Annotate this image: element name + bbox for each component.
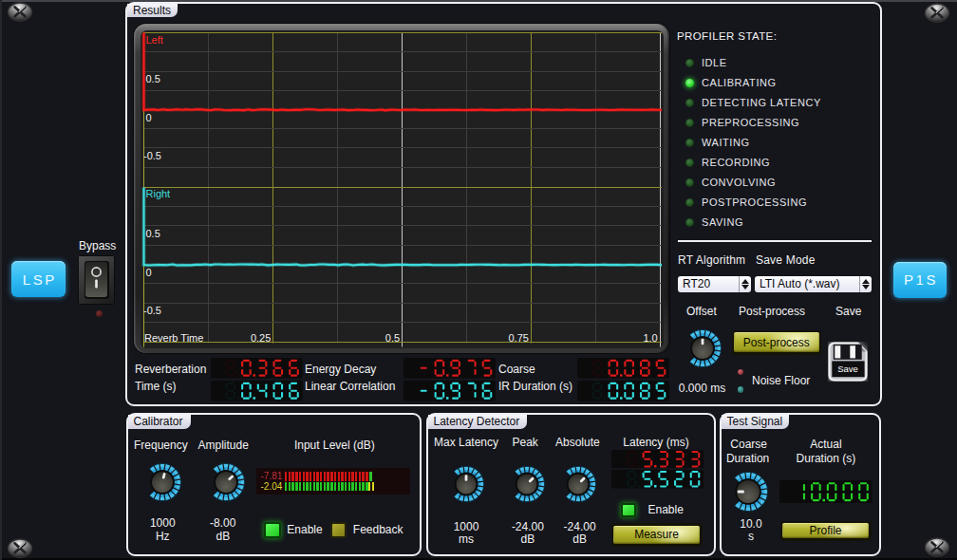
svg-text:-0.5: -0.5 [143, 305, 161, 316]
svg-text:Left: Left [146, 34, 163, 46]
svg-text:0.5: 0.5 [146, 73, 160, 84]
svg-text:1.0: 1.0 [643, 332, 657, 344]
svg-text:0.5: 0.5 [146, 228, 160, 239]
svg-text:-0.5: -0.5 [143, 150, 161, 161]
svg-text:Reverb Time: Reverb Time [144, 332, 203, 344]
svg-text:0: 0 [146, 112, 152, 123]
svg-text:Right: Right [146, 188, 171, 199]
svg-text:0: 0 [146, 267, 152, 278]
svg-text:0.25: 0.25 [251, 332, 271, 344]
svg-text:0.75: 0.75 [508, 332, 528, 344]
svg-text:0.5: 0.5 [385, 332, 400, 344]
